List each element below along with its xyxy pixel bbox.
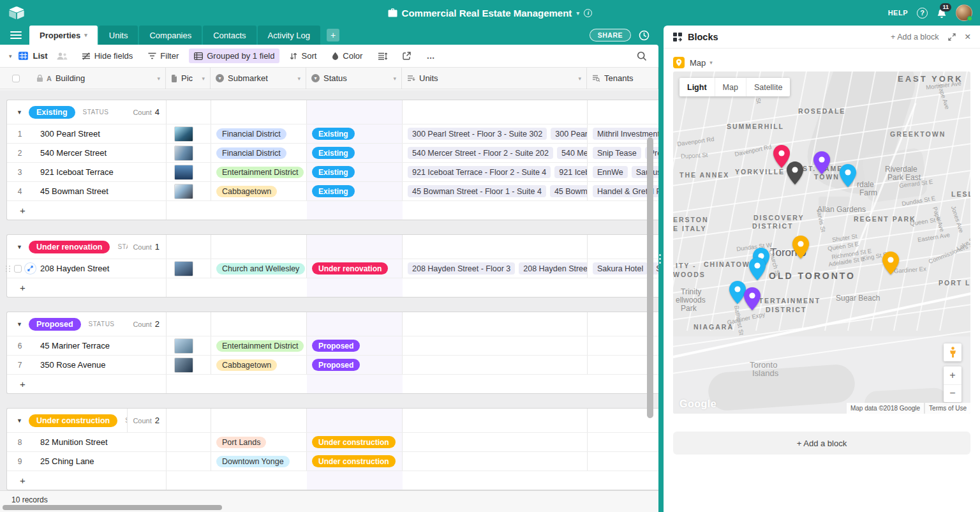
map[interactable]: LightMapSatellite + − Google Map data ©2…	[673, 72, 970, 414]
pic-cell[interactable]	[167, 163, 211, 181]
status-cell[interactable]: Existing	[307, 144, 403, 162]
pic-cell[interactable]	[167, 336, 211, 355]
terms-of-use-link[interactable]: Terms of Use	[925, 403, 970, 414]
unit-link-pill[interactable]: 208 Hayden Street - F	[519, 262, 588, 275]
view-name[interactable]: List	[33, 51, 48, 61]
unit-link-pill[interactable]: 300 Pearl Street - Floor 3 - Suite 302	[408, 128, 547, 140]
units-cell[interactable]: 300 Pearl Street - Floor 3 - Suite 30230…	[403, 124, 588, 143]
unit-link-pill[interactable]: 45 Bowman S	[550, 185, 588, 197]
units-cell[interactable]: 45 Bowman Street - Floor 1 - Suite 445 B…	[403, 182, 588, 200]
column-header-tenants[interactable]: Tenants	[587, 68, 658, 89]
tab-units[interactable]: Units	[99, 26, 138, 45]
building-photo[interactable]	[174, 261, 193, 276]
building-cell[interactable]: 921 Iceboat Terrace	[33, 163, 167, 181]
add-block-top-button[interactable]: + Add a block	[891, 33, 939, 41]
hide-fields-button[interactable]: Hide fields	[77, 49, 138, 63]
units-cell[interactable]	[403, 336, 588, 355]
add-row-plus[interactable]: +	[7, 375, 167, 393]
table-row[interactable]: 3921 Iceboat TerraceEntertainment Distri…	[7, 162, 658, 181]
building-photo[interactable]	[174, 146, 193, 161]
map-block-header[interactable]: Map ▾	[664, 51, 980, 74]
pic-cell[interactable]	[167, 452, 211, 471]
submarket-cell[interactable]: Entertainment District	[211, 336, 307, 355]
drag-handle[interactable]	[6, 266, 11, 272]
group-collapse-icon[interactable]: ▼	[17, 321, 22, 328]
building-cell[interactable]: 208 Hayden Street	[33, 259, 167, 278]
units-cell[interactable]: 208 Hayden Street - Floor 3208 Hayden St…	[403, 259, 588, 278]
unit-link-pill[interactable]: 45 Bowman Street - Floor 1 - Suite 4	[408, 185, 546, 197]
tab-contacts[interactable]: Contacts	[203, 26, 256, 45]
add-table-button[interactable]: +	[327, 29, 339, 41]
table-row[interactable]: 1300 Pearl StreetFinancial DistrictExist…	[7, 124, 658, 143]
table-row[interactable]: 882 Munition StreetPort LandsUnder const…	[7, 432, 658, 451]
submarket-cell[interactable]: Port Lands	[211, 433, 307, 451]
map-pin-blue[interactable]	[749, 257, 766, 280]
avatar[interactable]	[956, 4, 972, 21]
building-cell[interactable]: 45 Bowman Street	[33, 182, 167, 200]
notifications-bell-icon[interactable]: 11	[937, 8, 947, 19]
status-cell[interactable]: Under renovation	[307, 259, 403, 278]
building-cell[interactable]: 82 Munition Street	[33, 433, 167, 451]
table-row[interactable]: 445 Bowman StreetCabbagetownExisting45 B…	[7, 181, 658, 200]
group-collapse-icon[interactable]: ▼	[17, 418, 22, 424]
close-panel-icon[interactable]: ✕	[965, 32, 971, 41]
tab-activity-log[interactable]: Activity Log	[258, 26, 320, 45]
sort-button[interactable]: Sort	[285, 49, 322, 63]
collaborators-icon[interactable]	[57, 52, 68, 60]
submarket-cell[interactable]: Entertainment District	[211, 163, 307, 181]
menu-hamburger-icon[interactable]	[10, 31, 22, 39]
add-row[interactable]: +	[7, 200, 658, 220]
more-options-button[interactable]: …	[421, 49, 440, 63]
map-style-light[interactable]: Light	[679, 78, 715, 96]
map-style-map[interactable]: Map	[715, 78, 746, 96]
column-chevron-down-icon[interactable]: ▾	[393, 75, 396, 82]
submarket-cell[interactable]: Cabbagetown	[211, 182, 307, 200]
submarket-cell[interactable]: Cabbagetown	[211, 356, 307, 374]
tab-chevron-down-icon[interactable]: ▾	[84, 32, 87, 38]
status-cell[interactable]: Proposed	[307, 336, 403, 355]
share-button[interactable]: SHARE	[590, 29, 631, 41]
add-row-plus[interactable]: +	[7, 471, 167, 490]
row-height-icon[interactable]	[373, 50, 392, 63]
add-row[interactable]: +	[7, 278, 658, 297]
building-photo[interactable]	[174, 165, 193, 180]
add-row[interactable]: +	[7, 374, 658, 393]
units-cell[interactable]	[403, 356, 588, 374]
map-style-satellite[interactable]: Satellite	[746, 78, 790, 96]
info-icon[interactable]: i	[584, 9, 592, 17]
unit-link-pill[interactable]: 921 Iceboat Terrace - Floor 2 - Suite 4	[408, 166, 551, 178]
select-all-checkbox[interactable]	[12, 75, 20, 82]
row-checkbox[interactable]	[14, 265, 22, 273]
tenants-cell[interactable]	[588, 433, 658, 451]
building-photo[interactable]	[174, 358, 193, 373]
status-cell[interactable]: Proposed	[307, 356, 403, 374]
share-view-icon[interactable]	[397, 49, 416, 63]
history-icon[interactable]	[639, 30, 650, 41]
pegman-control[interactable]	[944, 343, 961, 361]
group-header[interactable]: ▼Under renovationSTATUSCount1	[7, 235, 658, 259]
add-row-plus[interactable]: +	[7, 278, 167, 297]
building-cell[interactable]: 540 Mercer Street	[33, 144, 167, 162]
unit-link-pill[interactable]: 921 Iceboat	[554, 166, 588, 178]
pic-cell[interactable]	[167, 124, 211, 143]
building-cell[interactable]: 300 Pearl Street	[33, 124, 167, 143]
pic-cell[interactable]	[167, 182, 211, 200]
column-header-status[interactable]: ▾Status▾	[306, 68, 402, 89]
status-cell[interactable]: Under construction	[307, 433, 403, 451]
airtable-logo-icon[interactable]	[9, 6, 24, 19]
add-row-plus[interactable]: +	[7, 201, 167, 220]
column-chevron-down-icon[interactable]: ▾	[202, 75, 205, 82]
building-cell[interactable]: 45 Mariner Terrace	[33, 336, 167, 355]
group-header[interactable]: ▼Under constructionSTATUSCount2	[7, 409, 658, 432]
unit-link-pill[interactable]: 208 Hayden Street - Floor 3	[408, 262, 515, 275]
pic-cell[interactable]	[167, 356, 211, 374]
column-chevron-down-icon[interactable]: ▾	[578, 75, 581, 82]
question-icon[interactable]: ?	[917, 8, 928, 19]
submarket-cell[interactable]: Downtown Yonge	[211, 452, 307, 471]
units-cell[interactable]: 540 Mercer Street - Floor 2 - Suite 2025…	[403, 144, 588, 162]
column-chevron-down-icon[interactable]: ▾	[157, 75, 160, 82]
horizontal-scrollbar[interactable]	[3, 505, 222, 510]
add-row[interactable]: +	[7, 471, 658, 490]
zoom-out-button[interactable]: −	[944, 385, 961, 403]
table-row[interactable]: 7350 Rose AvenueCabbagetownProposed	[7, 355, 658, 374]
